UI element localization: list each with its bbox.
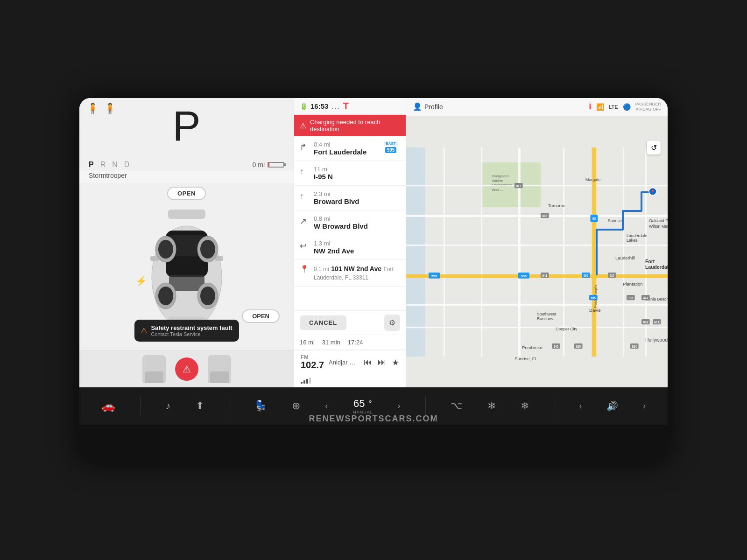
svg-text:736: 736 xyxy=(628,296,633,300)
media-title: Anidjar & Levine 1-800-747-FRE... xyxy=(329,359,359,366)
nav-summary: 16 mi 31 min 17:24 xyxy=(294,335,406,350)
volume-down-button[interactable]: ‹ xyxy=(579,402,582,410)
prnd-selector[interactable]: P R N D xyxy=(89,161,129,169)
defrost-rear-icon: ❄ xyxy=(521,400,529,412)
media-prev-button[interactable]: ⏮ xyxy=(364,357,372,367)
map-svg: Everglades Wildlife Management Area ... xyxy=(406,117,668,387)
media-favorite-button[interactable]: ★ xyxy=(392,357,399,368)
temp-down-button[interactable]: ‹ xyxy=(325,402,327,410)
eta: 17:24 xyxy=(348,339,363,346)
media-source-label: FM 102.7 xyxy=(301,354,324,371)
passenger-airbag-status: PASSENGERAIRBAG OFF xyxy=(635,102,661,112)
volume-button[interactable]: 🔊 xyxy=(606,400,618,412)
svg-rect-32 xyxy=(563,147,564,357)
gear-p[interactable]: P xyxy=(89,161,94,169)
fan-button[interactable]: ⊕ xyxy=(292,400,300,412)
svg-text:Wilton Manors: Wilton Manors xyxy=(649,224,668,229)
svg-text:Pembroke: Pembroke xyxy=(522,345,543,350)
svg-rect-34 xyxy=(623,147,624,357)
map-container[interactable]: 👤 Profile ℹ 📶 LTE 🔵 PASSENGERAIRBAG OFF xyxy=(406,98,668,387)
temp-row: 65 ° xyxy=(353,398,372,410)
defrost-rear-button[interactable]: ❄ xyxy=(521,400,529,412)
step-info-2: 11 mi I-95 N xyxy=(314,166,400,181)
prnd-row: P R N D 0 mi xyxy=(79,159,294,171)
map-header: 👤 Profile ℹ 📶 LTE 🔵 PASSENGERAIRBAG OFF xyxy=(406,98,668,116)
gear-display: 🧍 🧍 P xyxy=(79,98,294,159)
step-arrow-2: ↑ xyxy=(300,167,309,176)
gear-r[interactable]: R xyxy=(100,161,106,169)
svg-rect-29 xyxy=(444,147,445,357)
media-next-button[interactable]: ⏭ xyxy=(378,357,386,367)
temp-up-button[interactable]: › xyxy=(398,402,400,410)
svg-rect-31 xyxy=(518,147,521,357)
profile-button[interactable]: 👤 Profile xyxy=(413,102,443,111)
charging-alert-banner[interactable]: ⚠ Charging needed to reach destination xyxy=(294,115,406,136)
up-arrow-icon: ⬆ xyxy=(196,400,204,412)
step-info-3: 2.3 mi Broward Blvd xyxy=(314,190,400,205)
divider-2 xyxy=(229,397,229,415)
svg-text:Lauderhill: Lauderhill xyxy=(615,255,635,260)
defrost-front-button[interactable]: ❄ xyxy=(487,400,496,412)
svg-text:📍: 📍 xyxy=(650,189,655,194)
gear-d[interactable]: D xyxy=(124,161,130,169)
music-button[interactable]: ♪ xyxy=(165,400,170,412)
volume-up-button[interactable]: › xyxy=(643,402,646,410)
total-distance: 16 mi xyxy=(300,339,315,346)
svg-rect-27 xyxy=(406,304,668,306)
svg-text:Lauderdale: Lauderdale xyxy=(627,233,647,238)
svg-text:595: 595 xyxy=(583,274,588,277)
svg-text:Sunrise, FL: Sunrise, FL xyxy=(514,356,538,361)
seat-icon: 💺 xyxy=(254,400,267,412)
step-arrow-3: ↑ xyxy=(300,191,309,201)
svg-point-14 xyxy=(158,240,173,259)
left-panel: 🧍 🧍 P P R N D 0 mi xyxy=(79,98,294,387)
temperature-display: 65 ° MANUAL xyxy=(352,398,373,414)
svg-text:Everglades: Everglades xyxy=(492,174,509,178)
nav-settings-button[interactable]: ⚙ xyxy=(384,315,400,331)
nav-step-4: ↗ 0.8 mi W Broward Blvd xyxy=(294,210,406,235)
map-recenter-button[interactable]: ↺ xyxy=(646,140,661,155)
car-svg xyxy=(140,203,233,333)
svg-rect-23 xyxy=(406,185,668,186)
cancel-route-button[interactable]: CANCEL xyxy=(300,315,346,330)
svg-text:Ranches: Ranches xyxy=(537,316,553,321)
trunk-open-button[interactable]: OPEN xyxy=(167,187,206,200)
svg-text:Cooper City: Cooper City xyxy=(556,327,578,331)
svg-text:816: 816 xyxy=(542,214,547,217)
svg-text:Wildlife: Wildlife xyxy=(492,179,503,183)
svg-text:820: 820 xyxy=(576,345,581,348)
svg-text:Tamarac: Tamarac xyxy=(548,203,565,208)
app-launcher-button[interactable]: ⬆ xyxy=(196,400,204,412)
step-arrow-1: ↱ xyxy=(300,142,309,152)
seat-alert-button[interactable]: ⚠ xyxy=(175,357,198,381)
svg-text:Hollywood: Hollywood xyxy=(645,337,668,343)
svg-text:824: 824 xyxy=(632,345,637,348)
seat-right-icon xyxy=(208,355,231,383)
rear-heat-button[interactable]: ⌥ xyxy=(451,400,462,412)
media-signal-row xyxy=(294,374,406,387)
frunk-open-button[interactable]: OPEN xyxy=(242,309,280,323)
alert-icons-top: 🧍 🧍 xyxy=(86,103,116,115)
map-panel: 👤 Profile ℹ 📶 LTE 🔵 PASSENGERAIRBAG OFF xyxy=(406,98,668,387)
nav-actions: CANCEL ⚙ xyxy=(294,310,406,335)
destination-pin-icon: 📍 xyxy=(300,265,309,273)
watermark-bold: SPORTSCARS xyxy=(345,414,412,423)
step-info-1: 0.4 mi Fort Lauderdale xyxy=(314,141,377,156)
seatbelt-alert-icon: 🧍 xyxy=(86,103,99,115)
svg-rect-25 xyxy=(406,245,668,246)
nav-step-3: ↑ 2.3 mi Broward Blvd xyxy=(294,186,406,210)
step-info-5: 1.3 mi NW 2nd Ave xyxy=(314,240,400,255)
alert-circle-icon: ℹ xyxy=(589,102,592,111)
bluetooth-icon: 🔵 xyxy=(623,103,631,111)
svg-text:441: 441 xyxy=(643,296,648,300)
volume-icon: 🔊 xyxy=(606,400,618,412)
highway-badge-1: EAST 595 xyxy=(381,141,400,153)
navigation-panel: 🔋 16:53 ... T ⚠ Charging needed to reach… xyxy=(294,98,406,387)
status-left: 🔋 16:53 ... T xyxy=(300,101,349,112)
destination-info: 0.1 mi 101 NW 2nd Ave Fort Lauderdale, F… xyxy=(314,265,400,281)
gear-n[interactable]: N xyxy=(112,161,118,169)
svg-text:840: 840 xyxy=(553,345,558,348)
car-status-button[interactable]: 🚗 xyxy=(101,399,115,413)
seat-heater-button[interactable]: 💺 xyxy=(254,400,267,412)
screen-content: 🧍 🧍 P P R N D 0 mi xyxy=(79,98,668,425)
